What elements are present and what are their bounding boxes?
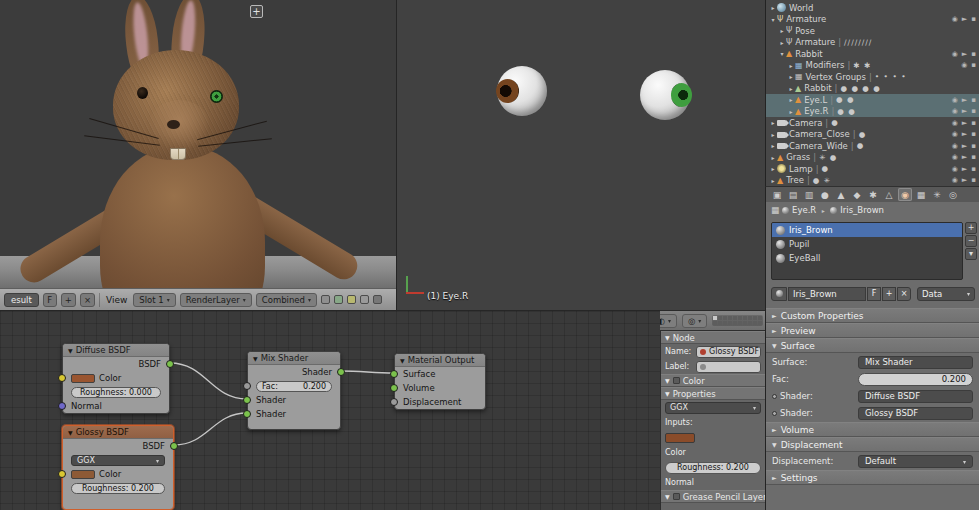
renderability-icon[interactable]: ▪ bbox=[971, 153, 976, 161]
node-editor[interactable]: ▼Diffuse BSDF BSDF Color Roughness: 0.00… bbox=[0, 310, 660, 510]
properties-panel-header[interactable]: ▼Properties bbox=[661, 387, 765, 400]
visibility-icon[interactable]: ◉ bbox=[952, 142, 958, 150]
node-name-field[interactable]: Glossy BSDF bbox=[696, 346, 761, 358]
collapse-icon[interactable]: ▼ bbox=[68, 429, 73, 436]
renderability-icon[interactable]: ▪ bbox=[971, 142, 976, 150]
shader-output-socket[interactable] bbox=[337, 368, 345, 376]
normal-input-socket[interactable] bbox=[58, 402, 66, 410]
renderability-icon[interactable]: ▪ bbox=[971, 96, 976, 104]
slot-pupil[interactable]: Pupil bbox=[772, 237, 962, 251]
slot-specials-button[interactable]: ▾ bbox=[965, 248, 977, 260]
settings-panel-header[interactable]: ►Settings bbox=[766, 470, 979, 485]
render-layer-dropdown[interactable]: RenderLayer▾ bbox=[180, 293, 252, 307]
slot-iris-brown[interactable]: Iris_Brown bbox=[772, 223, 962, 237]
color-input-socket[interactable] bbox=[58, 374, 66, 382]
collapse-icon[interactable]: ▼ bbox=[253, 355, 258, 362]
breadcrumb-material[interactable]: Iris_Brown bbox=[840, 205, 884, 215]
tab-scene[interactable]: ▥ bbox=[802, 188, 816, 201]
layers-widget[interactable] bbox=[712, 315, 763, 326]
expand-icon[interactable]: ▸ bbox=[787, 108, 795, 115]
shader-input-socket[interactable] bbox=[243, 396, 251, 404]
slot-eyeball[interactable]: EyeBall bbox=[772, 251, 962, 265]
color-panel-header[interactable]: ▼Color bbox=[661, 374, 765, 387]
node-header[interactable]: ▼Material Output bbox=[395, 354, 485, 367]
visibility-icon[interactable]: ◉ bbox=[961, 61, 967, 69]
expand-icon[interactable]: ▸ bbox=[769, 142, 777, 149]
renderability-icon[interactable]: ▪ bbox=[971, 130, 976, 138]
renderability-icon[interactable]: ▪ bbox=[971, 165, 976, 173]
restrict-toggles[interactable]: ◉►▪ bbox=[952, 96, 976, 104]
renderability-icon[interactable]: ▪ bbox=[971, 176, 976, 184]
expand-icon[interactable]: ▾ bbox=[769, 16, 777, 23]
node-panel-header[interactable]: ▼Node bbox=[661, 331, 765, 344]
node-header[interactable]: ▼Mix Shader bbox=[248, 352, 340, 365]
material-name-field[interactable]: Iris_Brown bbox=[788, 287, 866, 301]
outliner-item-modifiers[interactable]: ▸▦Modifiers|✱ ✱◉▪ bbox=[766, 60, 979, 72]
outliner-item-armature-data[interactable]: ▸ΨArmature|∕∕∕∕∕∕∕∕ bbox=[766, 37, 979, 49]
collapse-icon[interactable]: ▼ bbox=[68, 347, 73, 354]
eyeball-brown-object[interactable] bbox=[497, 66, 547, 116]
channel-toggle-icon[interactable] bbox=[373, 295, 382, 304]
unlink-material-button[interactable]: × bbox=[897, 287, 911, 301]
displacement-panel-header[interactable]: ▼Displacement bbox=[766, 437, 979, 452]
expand-icon[interactable]: ▸ bbox=[778, 27, 786, 34]
visibility-icon[interactable]: ◉ bbox=[952, 50, 958, 58]
expand-icon[interactable]: ▸ bbox=[769, 165, 777, 172]
restrict-toggles[interactable]: ◉►▪ bbox=[952, 142, 976, 150]
outliner-item-lamp[interactable]: ▸Lamp|●◉►▪ bbox=[766, 163, 979, 175]
restrict-toggles[interactable]: ◉►▪ bbox=[952, 50, 976, 58]
image-datablock-field[interactable]: esult bbox=[4, 293, 39, 307]
visibility-icon[interactable]: ◉ bbox=[952, 119, 958, 127]
new-material-button[interactable]: + bbox=[882, 287, 896, 301]
expand-icon[interactable]: ▸ bbox=[787, 96, 795, 103]
distribution-dropdown[interactable]: GGX▾ bbox=[71, 455, 165, 466]
shader-input-socket[interactable] bbox=[243, 410, 251, 418]
selectability-icon[interactable]: ► bbox=[962, 153, 967, 161]
node-mix-shader[interactable]: ▼Mix Shader Shader Fac:0.200 Shader Shad… bbox=[247, 351, 341, 430]
expand-icon[interactable]: ▸ bbox=[778, 39, 786, 46]
expand-icon[interactable]: ▸ bbox=[769, 177, 777, 184]
input-roughness-slider[interactable]: Roughness: 0.200 bbox=[665, 462, 761, 474]
expand-icon[interactable]: ▸ bbox=[769, 4, 777, 11]
outliner-item-world[interactable]: ▸World bbox=[766, 2, 979, 14]
tab-texture[interactable]: ▦ bbox=[914, 188, 928, 201]
visibility-icon[interactable]: ◉ bbox=[952, 130, 958, 138]
material-link-dropdown[interactable]: Data▾ bbox=[917, 287, 975, 301]
outliner-item-camera[interactable]: ▸Camera|●◉►▪ bbox=[766, 117, 979, 129]
outliner-item-tree[interactable]: ▸▲Tree|● ✳◉►▪ bbox=[766, 175, 979, 187]
channel-toggle-icon[interactable] bbox=[321, 295, 330, 304]
pivot-dropdown[interactable]: ◎▾ bbox=[682, 314, 707, 328]
checkbox[interactable] bbox=[673, 493, 680, 500]
roughness-slider[interactable]: Roughness: 0.200 bbox=[71, 483, 165, 494]
tab-particles[interactable]: ✳ bbox=[930, 188, 944, 201]
render-result-canvas[interactable]: + bbox=[0, 0, 396, 288]
outliner-item-vertex-groups[interactable]: ▸▦Vertex Groups|• • • • bbox=[766, 71, 979, 83]
distribution-dropdown[interactable]: GGX▾ bbox=[665, 402, 761, 414]
expand-icon[interactable]: ▸ bbox=[787, 73, 795, 80]
tab-material[interactable]: ◉ bbox=[898, 188, 912, 201]
node-header[interactable]: ▼Glossy BSDF bbox=[63, 426, 173, 439]
surface-shader-dropdown[interactable]: Mix Shader bbox=[858, 356, 973, 369]
selectability-icon[interactable]: ► bbox=[962, 107, 967, 115]
selectability-icon[interactable]: ► bbox=[962, 165, 967, 173]
channel-toggle-icon[interactable] bbox=[334, 295, 343, 304]
node-material-output[interactable]: ▼Material Output Surface Volume Displace… bbox=[394, 353, 486, 410]
color-input-socket[interactable] bbox=[58, 470, 66, 478]
restrict-toggles[interactable]: ◉►▪ bbox=[952, 165, 976, 173]
outliner-item-camera-wide[interactable]: ▸Camera_Wide|●◉►▪ bbox=[766, 140, 979, 152]
selectability-icon[interactable]: ► bbox=[962, 50, 967, 58]
tab-modifiers[interactable]: ✱ bbox=[866, 188, 880, 201]
grease-pencil-panel-header[interactable]: ▼Grease Pencil Layers bbox=[661, 490, 765, 503]
renderability-icon[interactable]: ▪ bbox=[971, 61, 976, 69]
restrict-toggles[interactable]: ◉▪ bbox=[961, 61, 976, 69]
tab-physics[interactable]: ◎ bbox=[946, 188, 960, 201]
volume-panel-header[interactable]: ►Volume bbox=[766, 422, 979, 437]
render-slot-dropdown[interactable]: Slot 1▾ bbox=[133, 293, 175, 307]
renderability-icon[interactable]: ▪ bbox=[971, 50, 976, 58]
checkbox[interactable] bbox=[673, 377, 680, 384]
fac-input-socket[interactable] bbox=[243, 382, 251, 390]
visibility-icon[interactable]: ◉ bbox=[952, 176, 958, 184]
fake-user-button[interactable]: F bbox=[867, 287, 881, 301]
node-header[interactable]: ▼Diffuse BSDF bbox=[63, 344, 169, 357]
expand-icon[interactable]: ▸ bbox=[769, 154, 777, 161]
